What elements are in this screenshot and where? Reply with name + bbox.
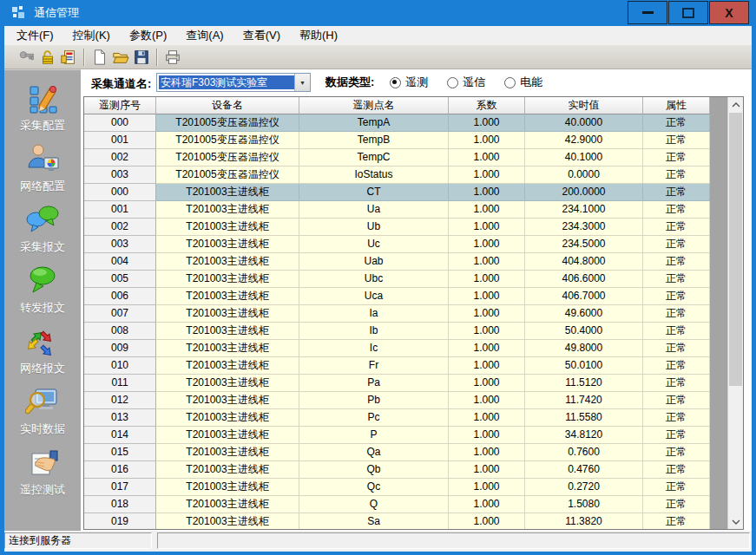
window-title: 通信管理: [34, 5, 79, 21]
scroll-down-button[interactable]: [728, 514, 743, 529]
save-button[interactable]: [131, 47, 152, 68]
column-header-value[interactable]: 实时值: [525, 97, 643, 114]
scrollbar-thumb[interactable]: [729, 113, 742, 386]
cell-point: Pa: [299, 375, 449, 392]
sidebar-item-forward-message[interactable]: 转发报文: [4, 263, 81, 323]
cell-coef: 1.000: [449, 184, 525, 201]
table-row[interactable]: 018T201003主进线柜Q1.0001.5080正常: [84, 496, 743, 513]
table-row[interactable]: 014T201003主进线柜P1.00034.8120正常: [84, 427, 743, 444]
cell-value: 234.3000: [525, 219, 643, 236]
cell-device: T201003主进线柜: [156, 427, 299, 444]
open-folder-button[interactable]: [110, 47, 131, 68]
cell-coef: 1.000: [449, 219, 525, 236]
cell-coef: 1.000: [449, 375, 525, 392]
table-row[interactable]: 006T201003主进线柜Uca1.000406.7000正常: [84, 288, 743, 305]
table-row[interactable]: 008T201003主进线柜Ib1.00050.4000正常: [84, 323, 743, 340]
cell-coef: 1.000: [449, 513, 525, 530]
table-row[interactable]: 010T201003主进线柜Fr1.00050.0100正常: [84, 357, 743, 375]
cell-value: 200.0000: [525, 184, 643, 201]
table-row[interactable]: 013T201003主进线柜Pc1.00011.5580正常: [84, 409, 743, 427]
table-row[interactable]: 007T201003主进线柜Ia1.00049.6000正常: [84, 305, 743, 323]
cell-point: Sa: [299, 513, 449, 530]
table-row[interactable]: 009T201003主进线柜Ic1.00049.8000正常: [84, 340, 743, 357]
vertical-scrollbar[interactable]: [727, 97, 743, 529]
table-row[interactable]: 017T201003主进线柜Qc1.0000.2720正常: [84, 479, 743, 496]
cell-device: T201003主进线柜: [156, 288, 299, 305]
cell-device: T201005变压器温控仪: [156, 166, 299, 184]
table-row[interactable]: 002T201005变压器温控仪TempC1.00040.1000正常: [84, 149, 743, 166]
cell-attr: 正常: [643, 253, 710, 271]
cell-attr: 正常: [643, 513, 710, 530]
sidebar-item-network-message[interactable]: 网络报文: [4, 323, 81, 384]
column-header-idx[interactable]: 遥测序号: [84, 97, 156, 114]
table-row[interactable]: 000T201003主进线柜CT1.000200.0000正常: [84, 184, 743, 201]
cell-idx: 018: [84, 496, 156, 513]
cell-attr: 正常: [643, 184, 710, 201]
sidebar-item-realtime-data[interactable]: 实时数据: [4, 384, 81, 445]
dropdown-arrow-button[interactable]: ▼: [294, 74, 310, 91]
table-row[interactable]: 002T201003主进线柜Ub1.000234.3000正常: [84, 219, 743, 236]
column-header-point[interactable]: 遥测点名: [299, 97, 449, 114]
sidebar: 采集配置网络配置采集报文转发报文网络报文实时数据遥控测试: [4, 69, 81, 531]
cell-coef: 1.000: [449, 149, 525, 166]
scroll-up-button[interactable]: [728, 97, 743, 112]
cell-idx: 002: [84, 149, 156, 166]
new-file-button[interactable]: [89, 47, 110, 68]
column-header-device[interactable]: 设备名: [156, 97, 299, 114]
table-row[interactable]: 005T201003主进线柜Ubc1.000406.6000正常: [84, 271, 743, 288]
channel-label: 采集通道名:: [91, 76, 151, 92]
table-row[interactable]: 004T201003主进线柜Uab1.000404.8000正常: [84, 253, 743, 271]
radio-option-1[interactable]: 遥信: [447, 75, 485, 90]
cell-value: 49.8000: [525, 340, 643, 357]
sidebar-item-capture-config[interactable]: 采集配置: [4, 81, 81, 141]
table-row[interactable]: 001T201003主进线柜Ua1.000234.1000正常: [84, 201, 743, 219]
cell-value: 11.7420: [525, 392, 643, 409]
minimize-button[interactable]: [628, 1, 667, 24]
print-button[interactable]: [162, 47, 183, 68]
menu-item-5[interactable]: 帮助(H): [290, 26, 347, 45]
radio-label: 遥信: [463, 75, 485, 90]
unlock-button[interactable]: [37, 47, 58, 68]
table-row[interactable]: 003T201005变压器温控仪IoStatus1.0000.0000正常: [84, 166, 743, 184]
table-row[interactable]: 003T201003主进线柜Uc1.000234.5000正常: [84, 236, 743, 253]
cell-device: T201003主进线柜: [156, 236, 299, 253]
table-row[interactable]: 001T201005变压器温控仪TempB1.00042.9000正常: [84, 132, 743, 149]
table-row[interactable]: 016T201003主进线柜Qb1.0000.4760正常: [84, 461, 743, 479]
sidebar-item-label: 实时数据: [20, 421, 65, 437]
cell-coef: 1.000: [449, 479, 525, 496]
column-header-coef[interactable]: 系数: [449, 97, 525, 114]
cell-coef: 1.000: [449, 166, 525, 184]
menu-item-0[interactable]: 文件(F): [7, 26, 63, 45]
cell-value: 0.7600: [525, 444, 643, 461]
cell-coef: 1.000: [449, 409, 525, 427]
cell-value: 406.7000: [525, 288, 643, 305]
menu-item-2[interactable]: 参数(P): [120, 26, 176, 45]
menu-item-3[interactable]: 查询(A): [176, 26, 233, 45]
cell-attr: 正常: [643, 236, 710, 253]
cell-point: Uca: [299, 288, 449, 305]
table-row[interactable]: 000T201005变压器温控仪TempA1.00040.0000正常: [84, 114, 743, 132]
cell-value: 234.5000: [525, 236, 643, 253]
table-row[interactable]: 015T201003主进线柜Qa1.0000.7600正常: [84, 444, 743, 461]
maximize-button[interactable]: [668, 1, 708, 24]
sidebar-item-capture-message[interactable]: 采集报文: [4, 202, 81, 263]
channel-config-button[interactable]: [58, 47, 79, 68]
sidebar-item-network-config[interactable]: 网络配置: [4, 141, 81, 202]
key-button[interactable]: [16, 47, 37, 68]
cell-coef: 1.000: [449, 253, 525, 271]
radio-option-0[interactable]: 遥测: [390, 75, 428, 90]
radio-option-2[interactable]: 电能: [504, 75, 542, 90]
table-row[interactable]: 012T201003主进线柜Pb1.00011.7420正常: [84, 392, 743, 409]
column-header-attr[interactable]: 属性: [643, 97, 710, 114]
sidebar-item-label: 网络配置: [20, 179, 65, 194]
menu-item-4[interactable]: 查看(V): [233, 26, 290, 45]
channel-select[interactable]: 安科瑞F303测试实验室 ▼: [156, 73, 311, 92]
close-button[interactable]: X: [709, 1, 749, 24]
cell-value: 34.8120: [525, 427, 643, 444]
table-row[interactable]: 019T201003主进线柜Sa1.00011.3820正常: [84, 513, 743, 530]
sidebar-item-remote-test[interactable]: 遥控测试: [4, 445, 81, 506]
menu-item-1[interactable]: 控制(K): [63, 26, 120, 45]
table-row[interactable]: 011T201003主进线柜Pa1.00011.5120正常: [84, 375, 743, 392]
cell-attr: 正常: [643, 461, 710, 479]
cell-value: 42.9000: [525, 132, 643, 149]
